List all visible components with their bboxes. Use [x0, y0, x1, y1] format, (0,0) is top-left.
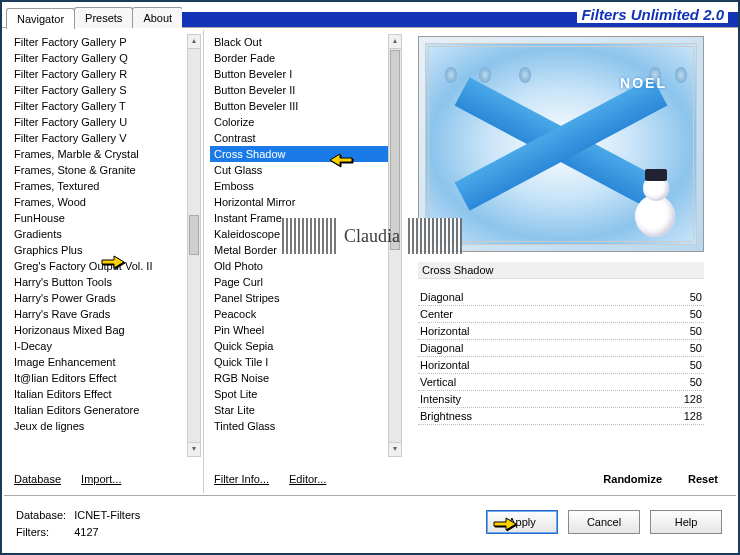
reset-link[interactable]: Reset — [688, 473, 718, 485]
filter-column: Black OutBorder FadeButton Beveler IButt… — [204, 30, 404, 493]
param-name: Diagonal — [420, 291, 662, 303]
param-row[interactable]: Diagonal50 — [418, 340, 704, 357]
filter-item[interactable]: Emboss — [210, 178, 388, 194]
category-item[interactable]: Filter Factory Gallery P — [10, 34, 187, 50]
param-value: 128 — [662, 410, 702, 422]
param-row[interactable]: Diagonal50 — [418, 289, 704, 306]
param-value: 50 — [662, 291, 702, 303]
scroll-up-icon[interactable]: ▴ — [389, 35, 401, 49]
category-listbox[interactable]: Filter Factory Gallery PFilter Factory G… — [10, 34, 201, 457]
randomize-link[interactable]: Randomize — [603, 473, 662, 485]
param-row[interactable]: Horizontal50 — [418, 357, 704, 374]
category-item[interactable]: Gradients — [10, 226, 187, 242]
tab-about[interactable]: About — [132, 7, 183, 28]
filter-item[interactable]: Tinted Glass — [210, 418, 388, 434]
filter-item[interactable]: Page Curl — [210, 274, 388, 290]
category-item[interactable]: Horizonaus Mixed Bag — [10, 322, 187, 338]
db-value: ICNET-Filters — [74, 508, 140, 523]
category-item[interactable]: Harry's Power Grads — [10, 290, 187, 306]
database-link[interactable]: Database — [14, 473, 61, 485]
filter-item[interactable]: Kaleidoscope — [210, 226, 388, 242]
filter-item[interactable]: Peacock — [210, 306, 388, 322]
category-item[interactable]: Frames, Wood — [10, 194, 187, 210]
category-item[interactable]: Harry's Rave Grads — [10, 306, 187, 322]
filter-info-link[interactable]: Filter Info... — [214, 473, 269, 485]
param-row[interactable]: Vertical50 — [418, 374, 704, 391]
filter-item[interactable]: Horizontal Mirror — [210, 194, 388, 210]
tab-strip: NavigatorPresetsAbout — [2, 2, 182, 28]
filter-item[interactable]: Button Beveler III — [210, 98, 388, 114]
filter-item[interactable]: Colorize — [210, 114, 388, 130]
category-item[interactable]: Filter Factory Gallery R — [10, 66, 187, 82]
filter-listbox[interactable]: Black OutBorder FadeButton Beveler IButt… — [210, 34, 402, 457]
param-value: 50 — [662, 376, 702, 388]
filters-value: 4127 — [74, 525, 140, 540]
dialog-window: NavigatorPresetsAbout Filters Unlimited … — [0, 0, 740, 555]
filter-item[interactable]: Cross Shadow — [210, 146, 388, 162]
category-item[interactable]: Italian Editors Effect — [10, 386, 187, 402]
filter-item[interactable]: Spot Lite — [210, 386, 388, 402]
editor-link[interactable]: Editor... — [289, 473, 326, 485]
filter-item[interactable]: Pin Wheel — [210, 322, 388, 338]
param-name: Diagonal — [420, 342, 662, 354]
param-value: 50 — [662, 359, 702, 371]
filter-item[interactable]: Quick Tile I — [210, 354, 388, 370]
category-item[interactable]: Frames, Textured — [10, 178, 187, 194]
param-value: 50 — [662, 325, 702, 337]
category-item[interactable]: Graphics Plus — [10, 242, 187, 258]
category-item[interactable]: FunHouse — [10, 210, 187, 226]
param-row[interactable]: Center50 — [418, 306, 704, 323]
filter-item[interactable]: Panel Stripes — [210, 290, 388, 306]
top-bar: NavigatorPresetsAbout Filters Unlimited … — [2, 2, 738, 28]
filter-item[interactable]: Contrast — [210, 130, 388, 146]
category-item[interactable]: Italian Editors Generatore — [10, 402, 187, 418]
app-title: Filters Unlimited 2.0 — [577, 6, 728, 23]
filter-item[interactable]: RGB Noise — [210, 370, 388, 386]
param-row[interactable]: Brightness128 — [418, 408, 704, 425]
param-row[interactable]: Intensity128 — [418, 391, 704, 408]
scroll-thumb[interactable] — [390, 50, 400, 250]
filter-item[interactable]: Instant Frame — [210, 210, 388, 226]
param-row[interactable]: Horizontal50 — [418, 323, 704, 340]
footer: Database:ICNET-Filters Filters:4127 Appl… — [4, 495, 736, 551]
filter-item[interactable]: Old Photo — [210, 258, 388, 274]
filter-item[interactable]: Star Lite — [210, 402, 388, 418]
filter-scrollbar[interactable]: ▴ ▾ — [388, 34, 402, 457]
parameter-list: Diagonal50Center50Horizontal50Diagonal50… — [418, 289, 704, 425]
scroll-down-icon[interactable]: ▾ — [188, 442, 200, 456]
category-item[interactable]: Filter Factory Gallery T — [10, 98, 187, 114]
category-item[interactable]: Greg's Factory Output Vol. II — [10, 258, 187, 274]
scroll-thumb[interactable] — [189, 215, 199, 255]
scroll-down-icon[interactable]: ▾ — [389, 442, 401, 456]
category-item[interactable]: Image Enhancement — [10, 354, 187, 370]
db-label: Database: — [16, 508, 72, 523]
category-item[interactable]: Frames, Marble & Crystal — [10, 146, 187, 162]
filter-item[interactable]: Black Out — [210, 34, 388, 50]
cancel-button[interactable]: Cancel — [568, 510, 640, 534]
tab-presets[interactable]: Presets — [74, 7, 133, 28]
category-item[interactable]: Filter Factory Gallery Q — [10, 50, 187, 66]
category-item[interactable]: Filter Factory Gallery S — [10, 82, 187, 98]
category-item[interactable]: Filter Factory Gallery U — [10, 114, 187, 130]
param-name: Horizontal — [420, 325, 662, 337]
apply-button[interactable]: Apply — [486, 510, 558, 534]
category-item[interactable]: Harry's Button Tools — [10, 274, 187, 290]
tab-navigator[interactable]: Navigator — [6, 8, 75, 29]
category-item[interactable]: Frames, Stone & Granite — [10, 162, 187, 178]
filter-item[interactable]: Border Fade — [210, 50, 388, 66]
scroll-up-icon[interactable]: ▴ — [188, 35, 200, 49]
category-item[interactable]: Filter Factory Gallery V — [10, 130, 187, 146]
category-item[interactable]: Jeux de lignes — [10, 418, 187, 434]
import-link[interactable]: Import... — [81, 473, 121, 485]
category-item[interactable]: It@lian Editors Effect — [10, 370, 187, 386]
preview-column: NOEL Cross Shadow Diagonal50Center50Hori… — [404, 30, 736, 493]
category-item[interactable]: I-Decay — [10, 338, 187, 354]
filter-item[interactable]: Button Beveler I — [210, 66, 388, 82]
category-scrollbar[interactable]: ▴ ▾ — [187, 34, 201, 457]
filter-item[interactable]: Quick Sepia — [210, 338, 388, 354]
filter-item[interactable]: Cut Glass — [210, 162, 388, 178]
help-button[interactable]: Help — [650, 510, 722, 534]
filter-item[interactable]: Button Beveler II — [210, 82, 388, 98]
right-links: Randomize Reset — [603, 473, 718, 485]
filter-item[interactable]: Metal Border — [210, 242, 388, 258]
